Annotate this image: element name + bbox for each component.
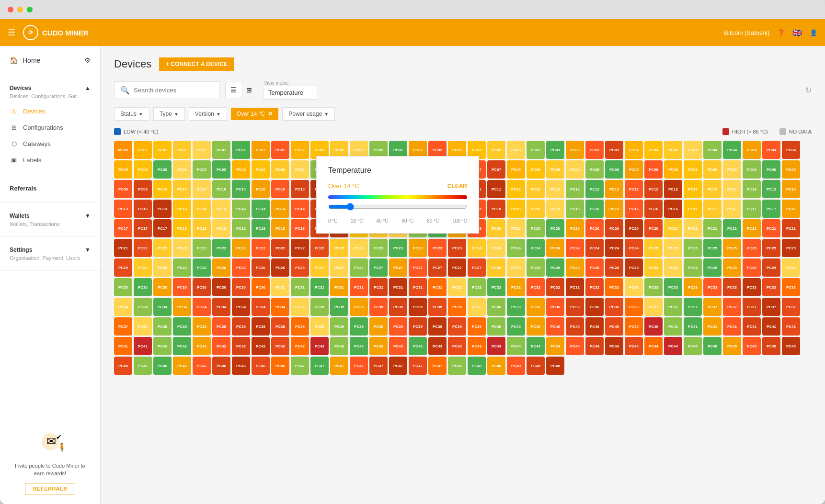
device-tile[interactable]: PC46 [232, 357, 250, 375]
device-tile[interactable]: PC30 [252, 278, 270, 296]
version-filter-button[interactable]: Version ▼ [189, 107, 227, 121]
device-tile[interactable]: PC16 [566, 200, 584, 218]
device-tile[interactable]: PC25 [782, 239, 800, 257]
device-tile[interactable]: PC40 [585, 317, 604, 336]
device-tile[interactable]: PC04 [664, 141, 682, 159]
maximize-dot[interactable] [27, 7, 33, 12]
device-tile[interactable]: PC43 [468, 337, 486, 355]
device-tile[interactable]: PC33 [762, 278, 780, 296]
device-tile[interactable]: PC41 [664, 317, 682, 336]
device-tile[interactable]: PC25 [664, 239, 682, 257]
device-tile[interactable]: PC41 [762, 317, 780, 336]
device-tile[interactable]: PC26 [271, 258, 289, 277]
device-tile[interactable]: PC12 [546, 180, 564, 198]
device-tile[interactable]: PC27 [468, 258, 486, 277]
device-tile[interactable]: PC32 [527, 278, 545, 296]
device-tile[interactable]: PC35 [330, 298, 348, 316]
wallets-chevron-icon[interactable]: ▼ [85, 213, 91, 219]
device-tile[interactable]: PC24 [527, 239, 545, 257]
device-tile[interactable]: PC27 [369, 258, 388, 277]
chevron-up-icon[interactable]: ▲ [85, 85, 91, 91]
device-tile[interactable]: PC45 [723, 337, 741, 355]
device-tile[interactable]: PC35 [350, 298, 368, 316]
device-tile[interactable]: PC24 [605, 239, 623, 257]
device-tile[interactable]: PC12 [566, 180, 584, 198]
user-icon[interactable]: 👤 [810, 29, 817, 36]
device-tile[interactable]: PC33 [625, 278, 643, 296]
device-tile[interactable]: PC46 [193, 357, 211, 375]
device-tile[interactable]: PC35 [428, 298, 447, 316]
device-tile[interactable]: PC27 [389, 258, 407, 277]
device-tile[interactable]: PC38 [193, 317, 211, 336]
device-tile[interactable]: PC36 [566, 298, 584, 316]
device-tile[interactable]: PC22 [193, 239, 211, 257]
device-tile[interactable]: PC41 [723, 317, 741, 336]
device-tile[interactable]: PC04 [782, 141, 800, 159]
device-tile[interactable]: PC27 [448, 258, 466, 277]
device-tile[interactable]: PC21 [684, 219, 702, 237]
device-tile[interactable]: PC33 [703, 278, 722, 296]
device-tile[interactable]: PC34 [232, 298, 250, 316]
device-tile[interactable]: PC17 [684, 200, 702, 218]
device-tile[interactable]: PC39 [310, 317, 329, 336]
device-tile[interactable]: PC13 [723, 180, 741, 198]
device-tile[interactable]: PC18 [252, 219, 270, 237]
device-tile[interactable]: PC31 [350, 278, 368, 296]
device-tile[interactable]: PC44 [507, 337, 525, 355]
device-tile[interactable]: PC45 [782, 337, 800, 355]
device-tile[interactable]: PC17 [134, 219, 152, 237]
device-tile[interactable]: PC35 [310, 298, 329, 316]
device-tile[interactable]: PC27 [350, 258, 368, 277]
settings-chevron-icon[interactable]: ▼ [85, 246, 91, 253]
device-tile[interactable]: PC17 [782, 200, 800, 218]
device-tile[interactable]: PC12 [664, 180, 682, 198]
device-tile[interactable]: PC20 [527, 219, 545, 237]
device-tile[interactable]: PC14 [252, 200, 270, 218]
device-tile[interactable]: PC01 [252, 141, 270, 159]
metric-select[interactable]: Temperature [263, 86, 317, 100]
device-tile[interactable]: PC27 [409, 258, 427, 277]
device-tile[interactable]: PC31 [310, 278, 329, 296]
device-tile[interactable]: PC31 [428, 278, 447, 296]
device-tile[interactable]: PC13 [153, 200, 172, 218]
device-tile[interactable]: PC46 [153, 357, 172, 375]
device-tile[interactable]: PC35 [389, 298, 407, 316]
device-tile[interactable]: PC26 [291, 258, 309, 277]
device-tile[interactable]: PC30 [134, 278, 152, 296]
device-tile[interactable]: PC09 [664, 160, 682, 179]
device-tile[interactable]: PC38 [153, 317, 172, 336]
device-tile[interactable]: PC21 [723, 219, 741, 237]
device-tile[interactable]: PC24 [585, 239, 604, 257]
device-tile[interactable]: PC31 [271, 278, 289, 296]
device-tile[interactable]: PC22 [291, 239, 309, 257]
device-tile[interactable]: PC21 [664, 219, 682, 237]
device-tile[interactable]: PC47 [310, 357, 329, 375]
device-tile[interactable]: PC09 [723, 160, 741, 179]
device-tile[interactable]: PC03 [585, 141, 604, 159]
device-tile[interactable]: PC29 [684, 258, 702, 277]
device-tile[interactable]: PC38 [252, 317, 270, 336]
device-tile[interactable]: PC09 [743, 160, 761, 179]
device-tile[interactable]: PC32 [468, 278, 486, 296]
device-tile[interactable]: PC20 [487, 219, 505, 237]
device-tile[interactable]: PC01 [212, 141, 230, 159]
referrals-button[interactable]: REFERRALS [25, 483, 76, 494]
device-tile[interactable]: PC12 [605, 180, 623, 198]
device-tile[interactable]: PC37 [644, 298, 663, 316]
device-tile[interactable]: PC29 [703, 258, 722, 277]
device-tile[interactable]: PC30 [153, 278, 172, 296]
device-tile[interactable]: PC36 [585, 298, 604, 316]
device-tile[interactable]: PC32 [566, 278, 584, 296]
device-tile[interactable]: PC06 [232, 160, 250, 179]
device-tile[interactable]: PC46 [271, 357, 289, 375]
device-tile[interactable]: PC20 [507, 219, 525, 237]
device-tile[interactable]: PC14 [173, 200, 191, 218]
device-tile[interactable]: PC44 [585, 337, 604, 355]
device-tile[interactable]: PC34 [153, 298, 172, 316]
device-tile[interactable]: PC13 [743, 180, 761, 198]
connect-device-button[interactable]: + CONNECT A DEVICE [159, 57, 234, 71]
sidebar-item-gateways[interactable]: ⬡ Gateways [0, 135, 100, 152]
device-tile[interactable]: PC47 [409, 357, 427, 375]
device-tile[interactable]: PC05 [173, 160, 191, 179]
device-tile[interactable]: PC27 [428, 258, 447, 277]
